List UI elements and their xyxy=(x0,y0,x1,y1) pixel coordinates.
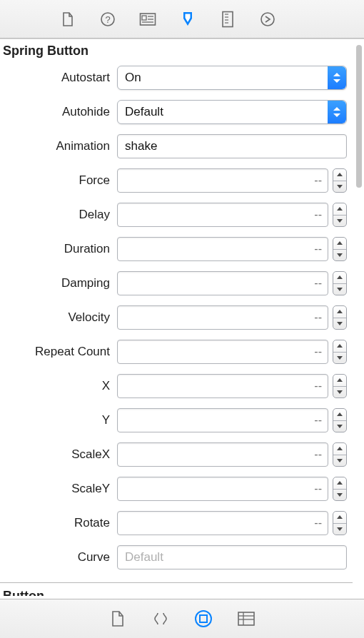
stepper-up-icon[interactable] xyxy=(333,477,346,489)
stepper-up-icon[interactable] xyxy=(333,169,346,181)
prop-y: Y xyxy=(6,408,347,432)
stepper-velocity[interactable] xyxy=(333,305,347,330)
stepper-y[interactable] xyxy=(333,408,347,432)
stepper-down-icon[interactable] xyxy=(333,318,346,330)
stepper-rotate[interactable] xyxy=(333,511,347,535)
stepper-down-icon[interactable] xyxy=(333,420,346,432)
label-y: Y xyxy=(6,413,111,427)
label-animation: Animation xyxy=(6,139,111,153)
section-header: Spring Button xyxy=(0,39,353,66)
prop-x: X xyxy=(6,374,347,398)
stepper-delay[interactable] xyxy=(333,203,347,227)
prop-scalex: ScaleX xyxy=(6,442,347,467)
label-autostart: Autostart xyxy=(6,71,111,85)
tab-help-icon[interactable]: ? xyxy=(98,10,117,29)
svg-point-13 xyxy=(196,611,211,627)
bottom-code-icon[interactable] xyxy=(151,609,170,628)
prop-autohide: Autohide Default xyxy=(6,100,347,124)
label-rotate: Rotate xyxy=(6,516,111,530)
label-duration: Duration xyxy=(6,242,111,256)
label-delay: Delay xyxy=(6,208,111,222)
stepper-up-icon[interactable] xyxy=(333,203,346,215)
prop-velocity: Velocity xyxy=(6,305,347,330)
input-damping[interactable] xyxy=(117,271,328,295)
input-scaley[interactable] xyxy=(117,477,328,501)
tab-attributes-icon[interactable] xyxy=(178,10,197,29)
label-autohide: Autohide xyxy=(6,105,111,119)
label-x: X xyxy=(6,379,111,393)
stepper-up-icon[interactable] xyxy=(333,375,346,386)
stepper-up-icon[interactable] xyxy=(333,238,346,249)
prop-repeatcount: Repeat Count xyxy=(6,340,347,364)
stepper-down-icon[interactable] xyxy=(333,386,346,398)
bottom-object-icon[interactable] xyxy=(194,609,213,628)
next-section-header: Button xyxy=(0,583,353,596)
stepper-up-icon[interactable] xyxy=(333,340,346,352)
chevron-updown-icon xyxy=(328,101,346,123)
prop-animation: Animation xyxy=(6,134,347,158)
dropdown-value: Default xyxy=(125,105,163,119)
input-x[interactable] xyxy=(117,374,328,398)
stepper-force[interactable] xyxy=(333,168,347,193)
stepper-up-icon[interactable] xyxy=(333,443,346,455)
prop-scaley: ScaleY xyxy=(6,477,347,501)
prop-rotate: Rotate xyxy=(6,511,347,535)
stepper-up-icon[interactable] xyxy=(333,409,346,420)
svg-text:?: ? xyxy=(105,14,110,24)
stepper-up-icon[interactable] xyxy=(333,512,346,523)
inspector-tab-bar: ? xyxy=(0,0,364,39)
inspector-main: Spring Button Autostart On Autohide Defa… xyxy=(0,39,364,599)
stepper-damping[interactable] xyxy=(333,271,347,295)
input-velocity[interactable] xyxy=(117,305,328,330)
dropdown-value: On xyxy=(125,71,141,85)
stepper-down-icon[interactable] xyxy=(333,352,346,364)
tab-size-icon[interactable] xyxy=(218,10,237,29)
stepper-down-icon[interactable] xyxy=(333,283,346,295)
stepper-down-icon[interactable] xyxy=(333,489,346,501)
bottom-library-icon[interactable] xyxy=(237,609,256,628)
input-y[interactable] xyxy=(117,408,328,432)
dropdown-autostart[interactable]: On xyxy=(117,66,347,90)
input-delay[interactable] xyxy=(117,203,328,227)
bottom-file-icon[interactable] xyxy=(108,609,127,628)
input-animation[interactable] xyxy=(117,134,347,158)
input-scalex[interactable] xyxy=(117,442,328,467)
stepper-scalex[interactable] xyxy=(333,442,347,467)
input-rotate[interactable] xyxy=(117,511,328,535)
stepper-x[interactable] xyxy=(333,374,347,398)
stepper-duration[interactable] xyxy=(333,237,347,261)
input-duration[interactable] xyxy=(117,237,328,261)
label-curve: Curve xyxy=(6,550,111,564)
dropdown-autohide[interactable]: Default xyxy=(117,100,347,124)
stepper-down-icon[interactable] xyxy=(333,249,346,261)
stepper-down-icon[interactable] xyxy=(333,523,346,535)
properties-list: Autostart On Autohide Default Animation xyxy=(0,66,353,577)
stepper-repeatcount[interactable] xyxy=(333,340,347,364)
stepper-down-icon[interactable] xyxy=(333,181,346,193)
library-tab-bar xyxy=(0,599,364,638)
label-damping: Damping xyxy=(6,276,111,290)
chevron-updown-icon xyxy=(328,66,346,89)
label-repeatcount: Repeat Count xyxy=(6,345,111,359)
input-repeatcount[interactable] xyxy=(117,340,328,364)
tab-identity-icon[interactable] xyxy=(138,10,157,29)
stepper-down-icon[interactable] xyxy=(333,455,346,467)
stepper-down-icon[interactable] xyxy=(333,215,346,227)
prop-delay: Delay xyxy=(6,203,347,227)
label-velocity: Velocity xyxy=(6,310,111,325)
svg-rect-14 xyxy=(200,615,207,622)
prop-autostart: Autostart On xyxy=(6,66,347,90)
stepper-up-icon[interactable] xyxy=(333,272,346,283)
prop-curve: Curve xyxy=(6,545,347,569)
label-force: Force xyxy=(6,173,111,188)
scrollbar-thumb[interactable] xyxy=(356,45,362,188)
label-scaley: ScaleY xyxy=(6,482,111,496)
tab-connections-icon[interactable] xyxy=(258,10,277,29)
tab-file-icon[interactable] xyxy=(59,10,77,29)
input-curve[interactable] xyxy=(117,545,347,569)
input-force[interactable] xyxy=(117,168,328,193)
prop-damping: Damping xyxy=(6,271,347,295)
stepper-scaley[interactable] xyxy=(333,477,347,501)
svg-rect-15 xyxy=(238,612,254,625)
stepper-up-icon[interactable] xyxy=(333,306,346,318)
